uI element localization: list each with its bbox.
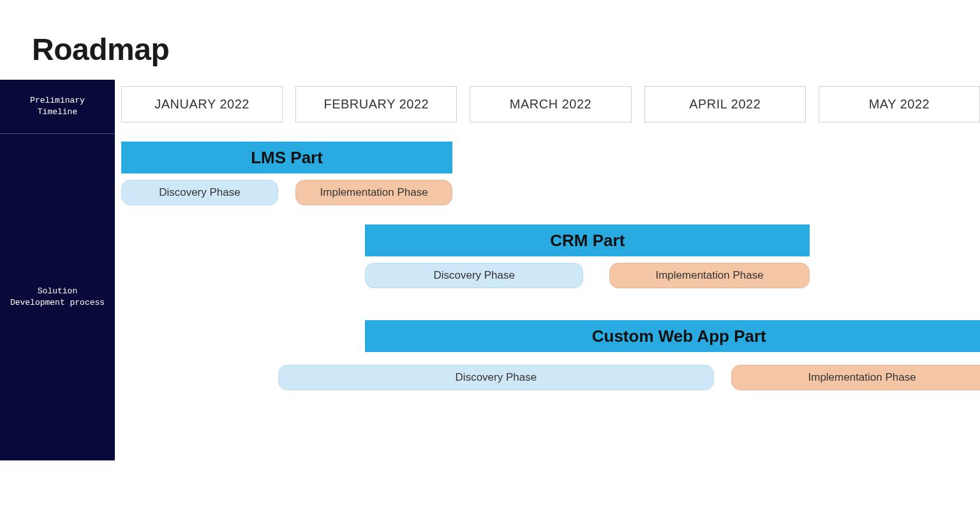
implementation-phase-bar: Implementation Phase	[295, 180, 452, 205]
page-title: Roadmap	[0, 0, 980, 80]
discovery-phase-bar: Discovery Phase	[121, 180, 278, 205]
months-row: JANUARY 2022FEBRUARY 2022MARCH 2022APRIL…	[115, 80, 980, 129]
month-cell: JANUARY 2022	[121, 86, 283, 122]
implementation-phase-bar: Implementation Phase	[609, 263, 810, 288]
sidebar-body-line2: Development process	[10, 297, 105, 309]
sidebar: Preliminary Timeline Solution Developmen…	[0, 80, 115, 460]
track-title-bar: LMS Part	[121, 142, 452, 173]
roadmap-container: Preliminary Timeline Solution Developmen…	[0, 80, 980, 460]
sidebar-header: Preliminary Timeline	[0, 80, 115, 134]
discovery-phase-bar: Discovery Phase	[365, 263, 583, 288]
sidebar-body-line1: Solution	[10, 286, 105, 297]
sidebar-header-line2: Timeline	[6, 107, 108, 118]
gantt-area: LMS PartDiscovery PhaseImplementation Ph…	[115, 129, 980, 460]
timeline-area: JANUARY 2022FEBRUARY 2022MARCH 2022APRIL…	[115, 80, 980, 460]
month-cell: APRIL 2022	[644, 86, 806, 122]
month-cell: MARCH 2022	[470, 86, 631, 122]
discovery-phase-bar: Discovery Phase	[278, 365, 714, 390]
month-cell: MAY 2022	[819, 86, 980, 122]
month-cell: FEBRUARY 2022	[295, 86, 457, 122]
sidebar-body: Solution Development process	[0, 134, 115, 460]
sidebar-header-line1: Preliminary	[6, 95, 108, 107]
track-title-bar: CRM Part	[365, 224, 810, 256]
implementation-phase-bar: Implementation Phase	[731, 365, 980, 390]
track-title-bar: Custom Web App Part	[365, 320, 980, 352]
